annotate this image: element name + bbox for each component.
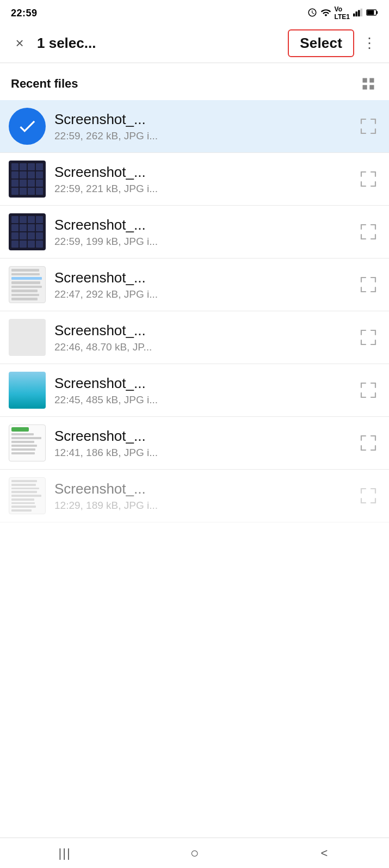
expand-arrows-icon (360, 224, 376, 240)
battery-icon (366, 9, 378, 18)
more-options-button[interactable]: ⋮ (359, 33, 380, 54)
expand-arrows-icon (360, 435, 376, 451)
expand-icon[interactable] (356, 273, 380, 297)
svg-rect-2 (358, 10, 360, 16)
expand-arrows-icon (360, 329, 376, 346)
expand-arrows-icon (360, 276, 376, 293)
file-meta: 12:29, 189 kB, JPG i... (54, 500, 356, 512)
file-info: Screenshot_...22:46, 48.70 kB, JP... (54, 322, 356, 353)
file-name: Screenshot_... (54, 428, 356, 445)
file-info: Screenshot_...22:59, 262 kB, JPG i... (54, 111, 356, 142)
file-list: Screenshot_...22:59, 262 kB, JPG i... Sc… (0, 100, 389, 522)
home-nav-button[interactable]: ○ (178, 842, 211, 864)
list-item[interactable]: Screenshot_...22:59, 199 kB, JPG i... (0, 206, 389, 258)
home-nav-icon: ○ (190, 845, 199, 861)
list-item[interactable]: Screenshot_...22:45, 485 kB, JPG i... (0, 364, 389, 417)
svg-rect-6 (367, 10, 374, 14)
svg-rect-0 (353, 13, 355, 16)
menu-nav-icon: ||| (59, 846, 71, 860)
expand-icon[interactable] (356, 167, 380, 191)
file-info: Screenshot_...12:29, 189 kB, JPG i... (54, 481, 356, 512)
file-name: Screenshot_... (54, 164, 356, 181)
expand-icon[interactable] (356, 484, 380, 508)
menu-nav-button[interactable]: ||| (48, 842, 81, 864)
file-meta: 22:45, 485 kB, JPG i... (54, 394, 356, 406)
wifi-icon (320, 9, 331, 18)
file-meta: 22:46, 48.70 kB, JP... (54, 341, 356, 353)
expand-arrows-icon (360, 171, 376, 187)
back-nav-icon: < (320, 846, 328, 860)
file-meta: 22:59, 262 kB, JPG i... (54, 130, 356, 142)
signal-text: VoLTE1 (335, 5, 350, 21)
status-bar: 22:59 VoLTE1 (0, 0, 389, 24)
file-meta: 22:59, 221 kB, JPG i... (54, 183, 356, 195)
select-button[interactable]: Select (288, 29, 354, 57)
expand-icon[interactable] (356, 220, 380, 244)
file-name: Screenshot_... (54, 217, 356, 233)
file-name: Screenshot_... (54, 111, 356, 128)
expand-icon[interactable] (356, 431, 380, 455)
file-name: Screenshot_... (54, 269, 356, 286)
bottom-nav: ||| ○ < (0, 838, 389, 868)
file-info: Screenshot_...22:59, 221 kB, JPG i... (54, 164, 356, 195)
file-name: Screenshot_... (54, 481, 356, 497)
expand-icon[interactable] (356, 114, 380, 138)
file-name: Screenshot_... (54, 375, 356, 392)
file-info: Screenshot_...22:59, 199 kB, JPG i... (54, 217, 356, 248)
list-item[interactable]: Screenshot_...22:59, 221 kB, JPG i... (0, 153, 389, 206)
svg-rect-5 (376, 11, 378, 14)
file-info: Screenshot_...22:47, 292 kB, JPG i... (54, 269, 356, 300)
list-item[interactable]: Screenshot_...22:46, 48.70 kB, JP... (0, 311, 389, 364)
expand-arrows-icon (360, 118, 376, 134)
section-title: Recent files (11, 77, 78, 91)
file-name: Screenshot_... (54, 322, 356, 339)
app-bar: × 1 selec... Select ⋮ (0, 24, 389, 63)
expand-icon[interactable] (356, 378, 380, 402)
file-info: Screenshot_...12:41, 186 kB, JPG i... (54, 428, 356, 459)
close-button[interactable]: × (9, 33, 30, 54)
app-bar-title: 1 selec... (30, 35, 288, 52)
file-info: Screenshot_...22:45, 485 kB, JPG i... (54, 375, 356, 406)
status-time: 22:59 (11, 8, 38, 19)
file-meta: 22:59, 199 kB, JPG i... (54, 236, 356, 248)
svg-rect-1 (356, 11, 358, 16)
expand-icon[interactable] (356, 325, 380, 349)
file-meta: 12:41, 186 kB, JPG i... (54, 447, 356, 459)
expand-arrows-icon (360, 488, 376, 504)
grid-icon (361, 76, 376, 91)
signal-bars-icon (353, 8, 363, 19)
expand-arrows-icon (360, 382, 376, 398)
list-item[interactable]: Screenshot_...12:41, 186 kB, JPG i... (0, 417, 389, 470)
section-header: Recent files (0, 63, 389, 100)
status-icons: VoLTE1 (307, 5, 378, 21)
grid-view-button[interactable] (359, 74, 378, 94)
alarm-icon (307, 8, 317, 19)
list-item[interactable]: Screenshot_...22:47, 292 kB, JPG i... (0, 258, 389, 311)
list-item[interactable]: Screenshot_...22:59, 262 kB, JPG i... (0, 100, 389, 153)
back-nav-button[interactable]: < (308, 842, 341, 864)
list-item[interactable]: Screenshot_...12:29, 189 kB, JPG i... (0, 470, 389, 522)
file-meta: 22:47, 292 kB, JPG i... (54, 288, 356, 300)
svg-rect-3 (361, 8, 363, 16)
